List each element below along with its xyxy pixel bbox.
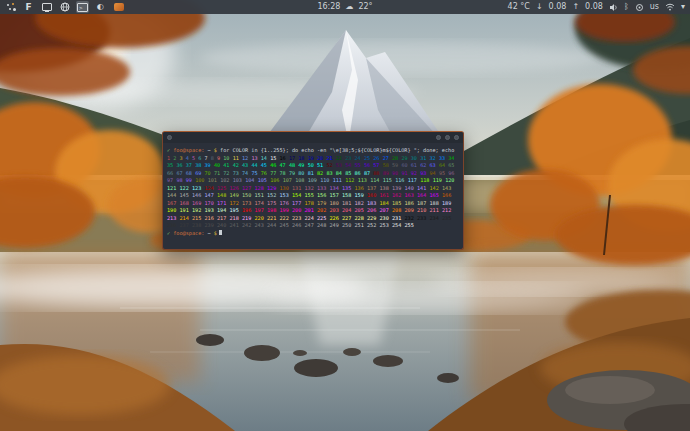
maximize-button[interactable] [445, 135, 450, 140]
globe-glyph [60, 2, 70, 12]
current-prompt-line: ✓ foo@space: ~ $ [167, 230, 459, 238]
top-panel: F >_ ◐ 16:28 ☁ [0, 0, 690, 14]
clock-weather[interactable]: 16:28 ☁ 22° [317, 0, 372, 14]
status-tray: 42 °C ↓ 0.08 ↑ 0.08 ᛒ us ▾ [508, 0, 690, 14]
command-text: for COLOR in {1..255}; do echo -en "\e[3… [220, 147, 454, 153]
net-down-arrow-icon: ↓ [536, 0, 543, 14]
window-menu-button[interactable] [167, 135, 172, 140]
launcher-icon[interactable] [4, 1, 17, 13]
net-up-rate[interactable]: 0.08 [585, 0, 603, 14]
browser-globe-icon[interactable] [58, 1, 71, 13]
terminal-app-icon[interactable]: >_ [76, 1, 89, 13]
files-glyph: F [25, 0, 31, 14]
color-test-output: 1 2 3 4 5 6 7 8 9 10 11 12 13 14 15 16 1… [167, 155, 459, 230]
keyboard-layout-label[interactable]: us [650, 0, 659, 14]
net-down-rate[interactable]: 0.08 [549, 0, 567, 14]
clock-label: 16:28 [317, 0, 340, 14]
weather-cloud-icon: ☁ [345, 0, 353, 14]
weather-temp-label: 22° [358, 0, 372, 14]
half-moon-glyph: ◐ [97, 0, 104, 14]
command-line: ✓ foo@space: ~ $ for COLOR in {1..255}; … [167, 147, 459, 155]
net-up-arrow-icon: ↑ [572, 0, 579, 14]
terminal-cursor [219, 230, 222, 235]
prompt-symbol: $ [214, 230, 217, 236]
bluetooth-icon[interactable]: ᛒ [624, 0, 629, 14]
terminal-glyph: >_ [77, 3, 88, 12]
dots-glyph [6, 2, 16, 12]
terminal-titlebar[interactable] [163, 132, 463, 143]
cpu-temp-label[interactable]: 42 °C [508, 0, 530, 14]
prompt-user-host: foo@space: [173, 147, 204, 153]
close-button[interactable] [454, 135, 459, 140]
display-settings-icon[interactable] [40, 1, 53, 13]
wifi-icon[interactable] [665, 3, 675, 11]
terminal-window[interactable]: ✓ foo@space: ~ $ for COLOR in {1..255}; … [162, 131, 464, 250]
monitor-glyph [42, 3, 52, 11]
minimize-button[interactable] [436, 135, 441, 140]
prompt-user-host: foo@space: [173, 230, 204, 236]
settings-gear-icon[interactable] [635, 3, 644, 12]
window-controls [436, 135, 459, 140]
theme-toggle-icon[interactable]: ◐ [94, 1, 107, 13]
wallpaper-app-icon[interactable] [112, 1, 125, 13]
volume-icon[interactable] [609, 3, 618, 12]
terminal-body[interactable]: ✓ foo@space: ~ $ for COLOR in {1..255}; … [163, 143, 463, 237]
orange-tile-glyph [114, 3, 124, 11]
files-app-icon[interactable]: F [22, 1, 35, 13]
desktop: F >_ ◐ 16:28 ☁ [0, 0, 690, 431]
taskbar-launchers: F >_ ◐ [0, 1, 125, 13]
tray-caret-icon[interactable]: ▾ [681, 0, 685, 14]
